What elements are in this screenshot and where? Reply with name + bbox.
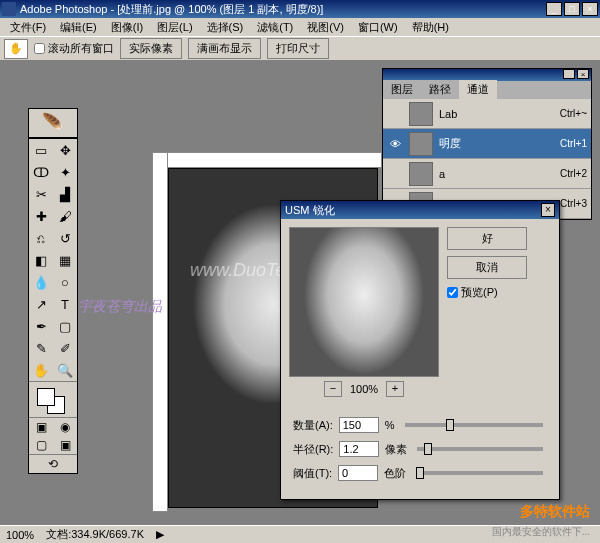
print-size-button[interactable]: 打印尺寸	[267, 38, 329, 59]
pen-tool[interactable]: ✒	[29, 315, 53, 337]
hand-tool[interactable]: ✋	[29, 359, 53, 381]
maximize-button[interactable]: □	[564, 2, 580, 16]
channel-name: 明度	[439, 136, 554, 151]
standard-mode[interactable]: ▣	[29, 418, 53, 436]
jump-to-imageready[interactable]: ⟲	[29, 455, 77, 473]
menu-bar: 文件(F) 编辑(E) 图像(I) 图层(L) 选择(S) 滤镜(T) 视图(V…	[0, 18, 600, 36]
screen-mode-2[interactable]: ▣	[53, 436, 77, 454]
notes-tool[interactable]: ✎	[29, 337, 53, 359]
preview-image[interactable]	[289, 227, 439, 377]
channel-thumb	[409, 132, 433, 156]
menu-filter[interactable]: 滤镜(T)	[251, 19, 299, 36]
zoom-tool[interactable]: 🔍	[53, 359, 77, 381]
menu-view[interactable]: 视图(V)	[301, 19, 350, 36]
eye-icon[interactable]: 👁	[387, 138, 403, 150]
channel-shortcut: Ctrl+1	[560, 138, 587, 149]
app-icon	[2, 2, 16, 16]
preview-checkbox[interactable]: 预览(P)	[447, 285, 527, 300]
brush-tool[interactable]: 🖌	[53, 205, 77, 227]
shape-tool[interactable]: ▢	[53, 315, 77, 337]
watermark-author: 宇夜苍穹出品	[78, 298, 162, 316]
channel-row-lab[interactable]: Lab Ctrl+~	[383, 99, 591, 129]
tab-channels[interactable]: 通道	[459, 80, 497, 99]
amount-input[interactable]	[339, 417, 379, 433]
threshold-slider[interactable]	[416, 471, 543, 475]
threshold-unit: 色阶	[384, 466, 406, 481]
menu-file[interactable]: 文件(F)	[4, 19, 52, 36]
zoom-out-button[interactable]: −	[324, 381, 342, 397]
history-brush-tool[interactable]: ↺	[53, 227, 77, 249]
move-tool[interactable]: ✥	[53, 139, 77, 161]
close-button[interactable]: ×	[582, 2, 598, 16]
options-bar: ✋ 滚动所有窗口 实际像素 满画布显示 打印尺寸	[0, 36, 600, 60]
amount-unit: %	[385, 419, 395, 431]
type-tool[interactable]: T	[53, 293, 77, 315]
preview-label: 预览(P)	[461, 285, 498, 300]
ok-button[interactable]: 好	[447, 227, 527, 250]
screen-mode-1[interactable]: ▢	[29, 436, 53, 454]
quickmask-mode[interactable]: ◉	[53, 418, 77, 436]
radius-slider[interactable]	[417, 447, 543, 451]
window-title: Adobe Photoshop - [处理前.jpg @ 100% (图层 1 …	[20, 2, 546, 17]
preview-check-input[interactable]	[447, 287, 458, 298]
tab-paths[interactable]: 路径	[421, 80, 459, 99]
zoom-in-button[interactable]: +	[386, 381, 404, 397]
scroll-all-input[interactable]	[34, 43, 45, 54]
zoom-value: 100%	[350, 383, 378, 395]
dodge-tool[interactable]: ○	[53, 271, 77, 293]
eyedropper-tool[interactable]: ✐	[53, 337, 77, 359]
menu-layer[interactable]: 图层(L)	[151, 19, 198, 36]
blur-tool[interactable]: 💧	[29, 271, 53, 293]
menu-edit[interactable]: 编辑(E)	[54, 19, 103, 36]
eraser-tool[interactable]: ◧	[29, 249, 53, 271]
dialog-close-button[interactable]: ×	[541, 203, 555, 217]
color-swatches	[29, 381, 77, 417]
radius-input[interactable]	[339, 441, 379, 457]
cancel-button[interactable]: 取消	[447, 256, 527, 279]
toolbox: ▭ ✥ ↀ ✦ ✂ ▟ ✚ 🖌 ⎌ ↺ ◧ ▦ 💧 ○ ↗ T ✒ ▢ ✎ ✐ …	[28, 138, 78, 474]
foreground-color[interactable]	[37, 388, 55, 406]
panel-minimize[interactable]: _	[563, 69, 575, 79]
hand-tool-icon[interactable]: ✋	[4, 39, 28, 59]
dialog-title: USM 锐化	[285, 203, 541, 218]
dialog-titlebar[interactable]: USM 锐化 ×	[281, 201, 559, 219]
lasso-tool[interactable]: ↀ	[29, 161, 53, 183]
threshold-label: 阈值(T):	[293, 466, 332, 481]
menu-help[interactable]: 帮助(H)	[406, 19, 455, 36]
marquee-tool[interactable]: ▭	[29, 139, 53, 161]
channel-row-lightness[interactable]: 👁 明度 Ctrl+1	[383, 129, 591, 159]
path-tool[interactable]: ↗	[29, 293, 53, 315]
stamp-tool[interactable]: ⎌	[29, 227, 53, 249]
minimize-button[interactable]: _	[546, 2, 562, 16]
amount-label: 数量(A):	[293, 418, 333, 433]
menu-select[interactable]: 选择(S)	[201, 19, 250, 36]
threshold-input[interactable]	[338, 465, 378, 481]
channel-shortcut: Ctrl+2	[560, 168, 587, 179]
radius-unit: 像素	[385, 442, 407, 457]
panel-close[interactable]: ×	[577, 69, 589, 79]
gradient-tool[interactable]: ▦	[53, 249, 77, 271]
title-bar: Adobe Photoshop - [处理前.jpg @ 100% (图层 1 …	[0, 0, 600, 18]
scroll-all-checkbox[interactable]: 滚动所有窗口	[34, 41, 114, 56]
slice-tool[interactable]: ▟	[53, 183, 77, 205]
status-doc: 文档:334.9K/669.7K	[46, 527, 144, 542]
status-zoom[interactable]: 100%	[6, 529, 34, 541]
wand-tool[interactable]: ✦	[53, 161, 77, 183]
actual-pixels-button[interactable]: 实际像素	[120, 38, 182, 59]
amount-slider[interactable]	[405, 423, 543, 427]
fit-screen-button[interactable]: 满画布显示	[188, 38, 261, 59]
duote-tagline: 国内最安全的软件下...	[492, 525, 590, 539]
heal-tool[interactable]: ✚	[29, 205, 53, 227]
usm-dialog: USM 锐化 × − 100% + 好 取消 预览(P) 数量(A): %	[280, 200, 560, 500]
toolbox-header-icon: 🪶	[28, 108, 78, 138]
ruler-horizontal	[152, 152, 382, 168]
duote-logo: 多特软件站	[520, 503, 590, 521]
menu-window[interactable]: 窗口(W)	[352, 19, 404, 36]
menu-image[interactable]: 图像(I)	[105, 19, 149, 36]
channel-name: a	[439, 168, 554, 180]
channel-row-a[interactable]: a Ctrl+2	[383, 159, 591, 189]
crop-tool[interactable]: ✂	[29, 183, 53, 205]
channel-shortcut: Ctrl+~	[560, 108, 587, 119]
tab-layers[interactable]: 图层	[383, 80, 421, 99]
channel-thumb	[409, 162, 433, 186]
